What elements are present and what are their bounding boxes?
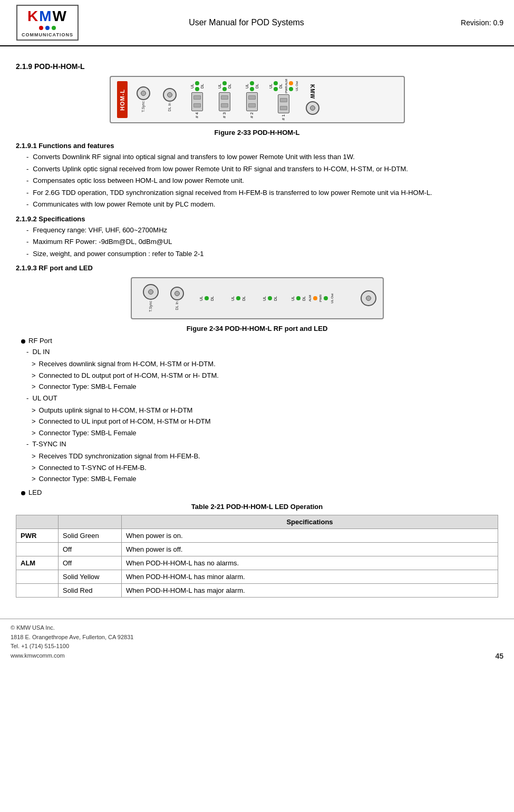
table-cell-led-spec: When power is off. bbox=[122, 542, 498, 556]
footer-website: www.kmwcomm.com bbox=[11, 651, 133, 661]
table-cell-led-spec: When POD-H-HOM-L has minor alarm. bbox=[122, 570, 498, 583]
alm-label: ALM bbox=[285, 79, 288, 85]
tsync-in-list: >Receives TDD synchronization signal fro… bbox=[32, 451, 498, 484]
dot-green-1b bbox=[274, 87, 278, 91]
functions-list: -Converts Downlink RF signal into optica… bbox=[26, 152, 498, 210]
port-d-fig34: UL DL ALM PWR UL Out bbox=[291, 294, 334, 304]
device-box-2: T.Sync DL In UL DL UL D bbox=[131, 277, 384, 319]
page-content: 2.1.9 POD-H-HOM-L HOM-L T.Sync DL In bbox=[0, 46, 514, 608]
page-header: KMW COMMUNICATIONS User Manual for POD S… bbox=[0, 0, 514, 46]
port3-ul: UL bbox=[218, 84, 221, 89]
specs-list: -Frequency range: VHF, UHF, 600~2700MHz … bbox=[26, 225, 498, 259]
port4-dots bbox=[195, 81, 199, 91]
right-connector bbox=[306, 101, 319, 115]
spec-item-1: -Frequency range: VHF, UHF, 600~2700MHz bbox=[26, 225, 498, 236]
port4-num: # 4 bbox=[195, 112, 199, 118]
port4-dl: DL bbox=[200, 84, 204, 89]
th-col2 bbox=[59, 515, 122, 529]
table-cell-led-state: Off bbox=[59, 556, 122, 570]
right-conn-fig34 bbox=[361, 290, 376, 306]
dlin-port-fig33: DL In bbox=[159, 88, 180, 111]
footer-address: 1818 E. Orangethrope Ave, Fullerton, CA … bbox=[11, 633, 133, 642]
led-table: Specifications PWRSolid GreenWhen power … bbox=[16, 515, 498, 598]
func-item-1: -Converts Downlink RF signal into optica… bbox=[26, 152, 498, 162]
table-cell-led-spec: When power is on. bbox=[122, 529, 498, 542]
port2-section: UL DL # 2 bbox=[241, 81, 263, 118]
dot-green-4 bbox=[195, 81, 199, 85]
dot-green-4b bbox=[195, 87, 199, 91]
port4-ul: UL bbox=[190, 84, 194, 89]
port-b-fig34: UL DL bbox=[228, 296, 249, 301]
tsync-item-1: >Receives TDD synchronization signal fro… bbox=[32, 451, 498, 462]
port3-section: UL DL # 3 bbox=[214, 81, 235, 118]
figure-33-caption: Figure 2-33 POD-H-HOM-L bbox=[16, 129, 498, 136]
port1-dl: DL bbox=[279, 84, 283, 89]
ul-out-item-3: >Connector Type: SMB-L Female bbox=[32, 428, 498, 438]
tsync-label-2: T.Sync bbox=[149, 301, 152, 312]
spec-item-2: -Maximum RF Power: -9dBm@DL, 0dBm@UL bbox=[26, 237, 498, 247]
kmw-right: KMW bbox=[306, 84, 319, 115]
section-2-1-9-heading: 2.1.9 POD-H-HOM-L bbox=[16, 62, 498, 71]
section-2193-heading: 2.1.9.3 RF port and LED bbox=[16, 264, 498, 272]
func-item-4: -For 2.6G TDD operation, TDD synchroniza… bbox=[26, 188, 498, 198]
table-cell-led-spec: When POD-H-HOM-L has major alarm. bbox=[122, 583, 498, 597]
footer-info: © KMW USA Inc. 1818 E. Orangethrope Ave,… bbox=[11, 623, 133, 660]
table-row: PWRSolid GreenWhen power is on. bbox=[16, 529, 498, 542]
kmw-brand-label: KMW bbox=[309, 84, 315, 99]
port2-num: # 2 bbox=[249, 112, 254, 118]
dot-green-1 bbox=[274, 81, 278, 85]
port4-section: UL DL # 4 bbox=[187, 81, 208, 118]
hom-label: HOM-L bbox=[117, 81, 128, 118]
func-item-3: -Compensates optic loss between HOM-L an… bbox=[26, 175, 498, 186]
led-bullet: LED bbox=[21, 488, 498, 496]
logo-box: KMW COMMUNICATIONS bbox=[16, 5, 79, 41]
table-cell-led-name bbox=[16, 583, 59, 597]
table-caption: Table 2-21 POD-H-HOM-L LED Operation bbox=[16, 503, 498, 511]
figure-34-diagram: T.Sync DL In UL DL UL D bbox=[16, 277, 498, 319]
dl-in-heading: - DL IN bbox=[26, 347, 498, 357]
dl-in-item-2: >Connected to DL output port of H-COM, H… bbox=[32, 370, 498, 381]
device-box-1: HOM-L T.Sync DL In UL bbox=[110, 76, 405, 123]
port1-dots bbox=[274, 81, 278, 91]
rect-conn-2 bbox=[246, 92, 258, 111]
dlin-label: DL In bbox=[168, 103, 171, 111]
tsync-label: T.Sync bbox=[141, 101, 145, 112]
tsync-connector-2 bbox=[143, 284, 159, 300]
figure-33-diagram: HOM-L T.Sync DL In UL bbox=[16, 76, 498, 123]
logo-dots bbox=[39, 26, 56, 30]
port-a-fig34: UL DL bbox=[196, 296, 217, 301]
table-cell-led-state: Solid Red bbox=[59, 583, 122, 597]
table-cell-led-state: Off bbox=[59, 542, 122, 556]
rf-port-label: RF Port bbox=[28, 337, 52, 345]
footer-copyright: © KMW USA Inc. bbox=[11, 623, 133, 633]
right-conn-2 bbox=[361, 290, 376, 306]
table-cell-led-name bbox=[16, 542, 59, 556]
pwr-label: PWR bbox=[285, 86, 288, 93]
page-footer: © KMW USA Inc. 1818 E. Orangethrope Ave,… bbox=[0, 619, 514, 664]
tsync-in-heading: - T-SYNC IN bbox=[26, 439, 498, 449]
port1-ul: UL bbox=[269, 84, 273, 89]
table-cell-led-state: Solid Green bbox=[59, 529, 122, 542]
tsync-port-fig34: T.Sync bbox=[140, 284, 161, 312]
tsync-item-3: >Connector Type: SMB-L Female bbox=[32, 474, 498, 484]
table-cell-led-spec: When POD-H-HOM-L has no alarms. bbox=[122, 556, 498, 570]
table-cell-led-state: Solid Yellow bbox=[59, 570, 122, 583]
rf-port-dot bbox=[21, 339, 25, 344]
dot-green-3b bbox=[222, 87, 227, 91]
header-title: User Manual for POD Systems bbox=[84, 18, 409, 27]
port1-section: UL DL ALM PWR UL bbox=[269, 79, 298, 120]
dlin-port-fig34: DL In bbox=[167, 287, 188, 310]
rect-conn-4 bbox=[191, 92, 203, 111]
port3-num: # 3 bbox=[222, 112, 227, 118]
port2-ul: UL bbox=[245, 84, 249, 89]
dl-in-item-1: >Receives downlink signal from H-COM, H-… bbox=[32, 359, 498, 369]
table-row: Solid YellowWhen POD-H-HOM-L has minor a… bbox=[16, 570, 498, 583]
led-label: LED bbox=[28, 488, 42, 496]
led-dot bbox=[21, 491, 25, 495]
dot-alm bbox=[289, 81, 293, 85]
dlin-connector bbox=[163, 88, 177, 102]
logo-kmw: KMW bbox=[27, 8, 67, 25]
port3-dl: DL bbox=[228, 84, 231, 89]
spec-item-3: -Size, weight, and power consumption : r… bbox=[26, 249, 498, 259]
tsync-connector bbox=[137, 86, 150, 100]
